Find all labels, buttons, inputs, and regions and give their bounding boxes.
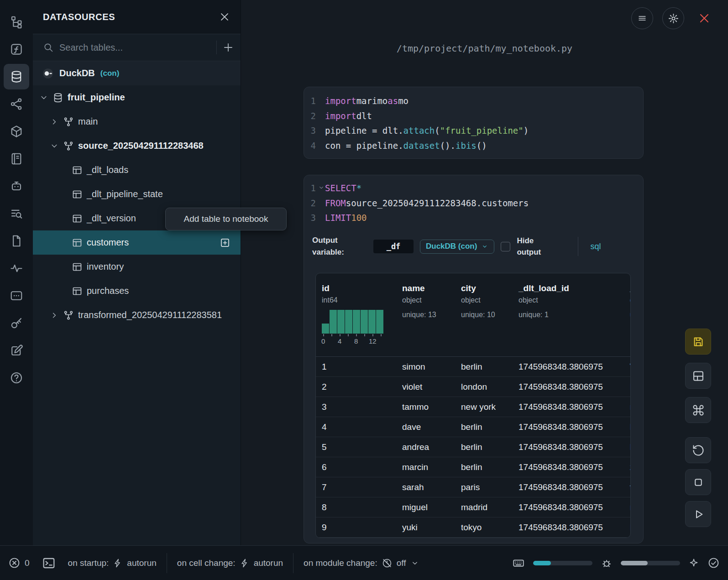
tree-item-label: purchases [87, 286, 129, 296]
column-header-city[interactable]: cityobjectunique: 10 [455, 273, 513, 356]
activity-icon[interactable] [4, 256, 29, 281]
schema-icon [63, 116, 74, 127]
tree-item-label: _dlt_version [87, 213, 136, 224]
interrupt-button[interactable] [685, 469, 711, 495]
add-connection-button[interactable] [222, 42, 234, 53]
notebook-icon[interactable] [4, 146, 29, 172]
table-icon [72, 261, 83, 272]
table-row[interactable]: 2violetlondon1745968348.3806975D [316, 377, 630, 397]
snippets-icon[interactable] [4, 283, 29, 308]
table-row[interactable]: 7sarahparis1745968348.3806975t [316, 477, 630, 497]
bolt-icon [113, 558, 123, 568]
table-cell: madrid [455, 502, 513, 512]
chevron-right-icon[interactable] [50, 117, 59, 126]
table-row[interactable]: 4daveberlin1745968348.3806975h [316, 417, 630, 437]
tree-item-inventory[interactable]: inventory [33, 255, 241, 279]
secrets-icon[interactable] [4, 310, 29, 336]
menu-button[interactable] [631, 7, 653, 29]
tree-item-_dlt_pipeline_state[interactable]: _dlt_pipeline_state [33, 182, 241, 206]
datasources-panel: DATASOURCES DuckDB (con) fruit_pipelinem… [33, 0, 241, 545]
tree-item-main[interactable]: main [33, 110, 241, 134]
table-cell: london [455, 382, 513, 392]
on-cell-change-setting[interactable]: on cell change: autorun [177, 558, 283, 568]
table-cell: 1745968348.3806975 [513, 442, 624, 452]
tree-item-customers[interactable]: customers [33, 230, 241, 255]
tree-item-purchases[interactable]: purchases [33, 279, 241, 303]
help-icon[interactable] [4, 365, 29, 391]
tree-item-source_202504291112283468[interactable]: source_202504291112283468 [33, 134, 241, 158]
variable-explorer-icon[interactable] [4, 201, 29, 226]
keyboard-width-slider[interactable] [533, 561, 592, 565]
column-header-_dlt_load_id[interactable]: _dlt_load_idobjectunique: 1 [513, 273, 624, 356]
tree-item-_dlt_loads[interactable]: _dlt_loads [33, 158, 241, 182]
table-cell: berlin [455, 422, 513, 432]
tree-item-transformed_202504291112283581[interactable]: transformed_202504291112283581 [33, 303, 241, 327]
save-button[interactable] [685, 329, 711, 355]
output-variable-input[interactable]: _df [373, 240, 414, 253]
documentation-icon[interactable] [4, 228, 29, 254]
output-table[interactable]: idint6404812nameobjectunique: 13cityobje… [315, 273, 631, 538]
tree-item-label: fruit_pipeline [68, 92, 125, 103]
layout-button[interactable] [685, 363, 711, 389]
function-icon[interactable] [4, 37, 29, 62]
table-cell: 8 [316, 502, 396, 512]
debug-width-slider[interactable] [621, 561, 680, 565]
plus-icon [222, 42, 234, 53]
column-header-name[interactable]: nameobjectunique: 13 [396, 273, 455, 356]
table-cell: 1 [316, 362, 396, 372]
packages-icon[interactable] [4, 119, 29, 144]
engine-select[interactable]: DuckDB (con) [420, 240, 494, 254]
chevron-down-icon[interactable] [50, 141, 59, 151]
scratchpad-icon[interactable] [4, 338, 29, 363]
shortcuts-button[interactable] [685, 397, 711, 423]
add-table-button[interactable] [220, 237, 230, 248]
gear-icon [668, 13, 679, 24]
icon-rail [0, 0, 33, 545]
close-panel-button[interactable] [219, 11, 230, 23]
output-variable-label: Output variable: [312, 235, 367, 259]
error-counter[interactable]: 0 [8, 557, 30, 569]
file-tree-icon[interactable] [4, 9, 29, 35]
tree-item-label: customers [87, 237, 129, 248]
connection-row[interactable]: DuckDB (con) [33, 61, 241, 85]
sql-code-cell[interactable]: 1SELECT *2FROM source_202504291112283468… [304, 175, 644, 543]
shutdown-button[interactable] [693, 7, 715, 29]
connected-check-icon [707, 557, 720, 569]
table-cell: h [624, 422, 631, 432]
ai-assistant-icon[interactable] [4, 173, 29, 199]
datasources-icon[interactable] [4, 64, 29, 89]
table-cell: 7 [316, 482, 396, 492]
run-button[interactable] [685, 501, 711, 527]
hide-output-checkbox[interactable] [501, 242, 510, 251]
sql-code: 1SELECT *2FROM source_202504291112283468… [304, 181, 643, 225]
table-row[interactable]: 3tammonew york1745968348.3806975n [316, 397, 630, 417]
undo-button[interactable] [685, 437, 711, 463]
floppy-icon [692, 335, 705, 348]
table-row[interactable]: 8miguelmadrid1745968348.3806975r [316, 497, 630, 517]
on-startup-setting[interactable]: on startup: autorun [68, 558, 157, 568]
sql-language-tag[interactable]: sql [590, 242, 601, 251]
settings-button[interactable] [662, 7, 684, 29]
table-row[interactable]: 9yukitokyo1745968348.3806975E [316, 517, 630, 538]
error-count: 0 [25, 558, 30, 568]
chevron-right-icon[interactable] [50, 311, 59, 320]
table-cell: 1745968348.3806975 [513, 382, 624, 392]
table-row[interactable]: 1simonberlin1745968348.3806975V [316, 357, 630, 377]
tree-item-fruit_pipeline[interactable]: fruit_pipeline [33, 85, 241, 110]
terminal-button[interactable] [42, 556, 56, 570]
fold-chevron-icon[interactable] [318, 184, 325, 191]
table-icon [72, 165, 83, 176]
chevron-down-icon[interactable] [39, 93, 48, 102]
on-module-change-setting[interactable]: on module change: off [304, 558, 419, 569]
tree-item-label: main [78, 116, 98, 127]
table-row[interactable]: 5andreaberlin1745968348.3806975k [316, 437, 630, 457]
table-icon [72, 213, 83, 224]
bug-icon [601, 557, 613, 569]
python-code-cell[interactable]: 1import marimo as mo2import dlt3pipeline… [304, 87, 644, 159]
column-header-_dlt_id[interactable]: _dlt_idobjectunique: 13 [624, 273, 631, 356]
table-row[interactable]: 6marcinberlin1745968348.3806975z [316, 457, 630, 477]
dependency-graph-icon[interactable] [4, 91, 29, 117]
table-cell: 3 [316, 402, 396, 412]
column-header-id[interactable]: idint6404812 [316, 273, 396, 356]
search-input[interactable] [59, 42, 211, 53]
